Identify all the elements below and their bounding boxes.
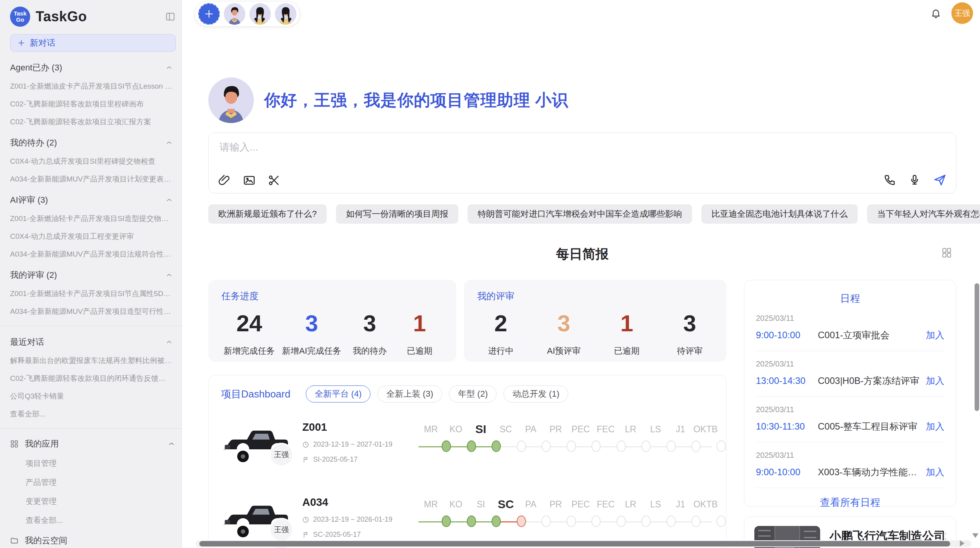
project-row-z001[interactable]: 王强 Z001 2023-12-19 ~ 2027-01-19 — [221, 420, 714, 478]
suggestion-chip[interactable]: 欧洲新规最近颁布了什么? — [208, 204, 327, 224]
sidebar-collapse-icon[interactable] — [165, 12, 175, 22]
schedule-time: 10:30-11:30 — [756, 421, 818, 432]
agent-avatar-1[interactable] — [224, 3, 245, 25]
stat-new-done: 24 新增完成任务 — [224, 310, 275, 357]
recent-chat-item[interactable]: C02-飞腾新能源轻客改款项目的闭环通告反馈情况 — [10, 373, 173, 384]
recent-view-all[interactable]: 查看全部... — [10, 409, 173, 419]
section-header[interactable]: 我的待办 (2) — [10, 137, 175, 149]
user-avatar[interactable]: 王强 — [951, 2, 973, 24]
app-item-change[interactable]: 变更管理 — [26, 496, 175, 507]
microphone-icon[interactable] — [908, 173, 921, 187]
milestone-label: PR — [543, 421, 569, 437]
project-name: A034 — [302, 496, 403, 509]
section-header[interactable]: 最近对话 — [10, 336, 175, 348]
recent-chat-item[interactable]: 解释最新出台的欧盟报废车法规再生塑料比例被调至15%... — [10, 356, 173, 366]
join-link[interactable]: 加入 — [926, 466, 944, 478]
milestone-label: MR — [418, 421, 444, 437]
app-item-project[interactable]: 项目管理 — [26, 458, 175, 469]
schedule-item: 2025/03/11 13:00-14:30 C003|H0B-方案冻结评审 加… — [756, 351, 944, 397]
attachment-icon[interactable] — [218, 174, 231, 187]
milestone-label: J1 — [668, 496, 693, 512]
new-chat-label: 新对话 — [30, 37, 55, 49]
sidebar-item-my-apps[interactable]: 我的应用 — [10, 438, 175, 450]
section-label: Agent已办 (3) — [10, 62, 62, 74]
phone-icon[interactable] — [883, 173, 896, 187]
milestone-dot-done — [442, 515, 451, 527]
send-icon[interactable] — [933, 173, 947, 187]
schedule-date: 2025/03/11 — [756, 314, 944, 323]
horizontal-scrollbar-track[interactable] — [195, 540, 971, 547]
section-label: 我的待办 (2) — [10, 137, 57, 149]
image-upload-icon[interactable] — [243, 174, 256, 187]
vertical-scrollbar-thumb[interactable] — [975, 283, 979, 411]
suggestion-chip[interactable]: 特朗普可能对进口汽车增税会对中国车企造成哪些影响 — [468, 204, 692, 224]
chevron-up-icon — [165, 196, 173, 204]
section-header[interactable]: 我的评审 (2) — [10, 269, 175, 281]
sidebar-item[interactable]: C0X4-动力总成开发项目SI里程碑提交物检查 — [10, 156, 173, 166]
new-chat-button[interactable]: 新对话 — [10, 34, 176, 52]
agent-switcher — [195, 1, 300, 27]
chat-input-card — [208, 132, 956, 194]
sidebar-item[interactable]: C02-飞腾新能源轻客改款项目立项汇报方案 — [10, 117, 173, 127]
view-all-schedule-link[interactable]: 查看所有日程 — [756, 488, 944, 509]
join-link[interactable]: 加入 — [926, 329, 944, 341]
horizontal-scrollbar-thumb[interactable] — [199, 541, 950, 546]
milestone-label: OKTB — [693, 421, 718, 437]
main-area: 王强 你好，王强，我是你的项目管理助理 小识 — [182, 0, 980, 548]
milestone-label: PA — [518, 496, 543, 512]
section-header[interactable]: Agent已办 (3) — [10, 62, 175, 74]
scissors-icon[interactable] — [267, 174, 281, 187]
recent-chat-item[interactable]: 公司Q3轻卡销量 — [10, 391, 173, 401]
sidebar-item[interactable]: Z001-全新燃油轻卡产品开发项目SI造型提交物评审 — [10, 214, 173, 224]
agent-avatar-3[interactable] — [275, 3, 296, 25]
milestone-dot — [541, 515, 551, 527]
sidebar-item[interactable]: A034-全新新能源MUV产品开发项目计划变更表编写 — [10, 174, 173, 184]
stat-value: 3 — [348, 310, 391, 337]
schedule-event: C001-立项审批会 — [818, 329, 920, 341]
add-agent-button[interactable] — [198, 3, 220, 25]
sidebar-item[interactable]: C02-飞腾新能源轻客改款项目里程碑画布 — [10, 99, 173, 109]
sidebar-item[interactable]: A034-全新新能源MUV产品开发项目造型可行性评审 — [10, 307, 173, 317]
chevron-up-icon — [165, 271, 173, 279]
clock-icon — [302, 441, 309, 448]
scroll-down-arrow[interactable] — [972, 533, 978, 538]
milestone-dot — [567, 515, 576, 527]
chat-input[interactable] — [219, 140, 945, 164]
owner-badge: 王强 — [269, 443, 293, 467]
notification-bell-icon[interactable] — [930, 8, 941, 19]
section-header[interactable]: AI评审 (3) — [10, 194, 175, 206]
milestone-dot — [716, 515, 726, 527]
task-progress-card: 任务进度 24 新增完成任务 3 新增AI完成任务 — [208, 280, 456, 362]
filter-new-body[interactable]: 全新上装 (3) — [377, 385, 442, 402]
join-link[interactable]: 加入 — [926, 375, 944, 387]
milestone-label: PR — [543, 496, 569, 512]
filter-model-year[interactable]: 年型 (2) — [449, 385, 497, 402]
app-title: TaskGo — [36, 9, 160, 25]
sidebar-item[interactable]: A034-全新新能源MUV产品开发项目法规符合性评审 — [10, 249, 173, 259]
sidebar-item[interactable]: Z001-全新燃油皮卡产品开发项目SI节点Lesson Learn报告 — [10, 81, 173, 91]
scroll-right-arrow[interactable] — [960, 540, 965, 546]
schedule-date: 2025/03/11 — [756, 360, 944, 368]
apps-view-all[interactable]: 查看全部... — [26, 515, 175, 526]
milestone-dot — [666, 515, 676, 527]
suggestion-chip[interactable]: 比亚迪全固态电池计划具体说了什么 — [701, 204, 858, 224]
agent-avatar-2[interactable] — [249, 3, 271, 25]
join-link[interactable]: 加入 — [926, 420, 944, 433]
suggestion-chip[interactable]: 当下年轻人对汽车外观有怎样的喜好趋势 — [867, 204, 980, 224]
stat-value: 1 — [605, 310, 648, 337]
sidebar-item[interactable]: C0X4-动力总成开发项目工程变更评审 — [10, 231, 173, 241]
milestone-label: KO — [444, 421, 469, 437]
suggestion-chip[interactable]: 如何写一份清晰的项目周报 — [336, 204, 458, 224]
logo-line2: Go — [16, 17, 24, 23]
dashboard-title: 项目Dashboard — [221, 387, 290, 401]
app-item-product[interactable]: 产品管理 — [26, 477, 175, 488]
section-my-todo: 我的待办 (2) C0X4-动力总成开发项目SI里程碑提交物检查 A034-全新… — [10, 137, 175, 184]
milestone-dot — [591, 440, 601, 452]
project-dates: 2023-12-19 ~ 2026-01-19 — [313, 515, 392, 524]
filter-new-platform[interactable]: 全新平台 (4) — [306, 385, 370, 402]
milestone-dots — [434, 515, 726, 527]
layout-grid-icon[interactable] — [941, 247, 953, 259]
sidebar-item-cloud[interactable]: 我的云空间 — [10, 535, 175, 546]
sidebar-item[interactable]: Z001-全新燃油轻卡产品开发项目SI节点属性5D文件评审 — [10, 289, 173, 299]
filter-powertrain[interactable]: 动总开发 (1) — [504, 385, 568, 402]
